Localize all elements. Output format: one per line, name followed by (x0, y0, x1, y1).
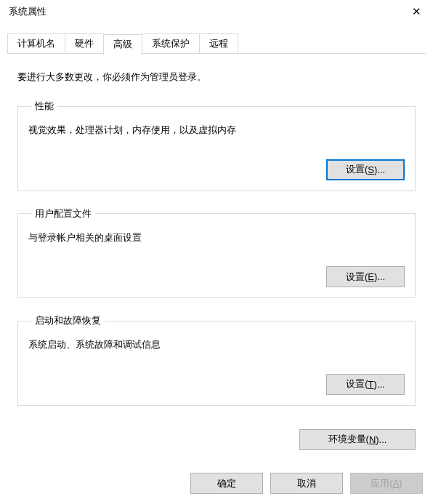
admin-notice: 要进行大多数更改，你必须作为管理员登录。 (17, 71, 416, 84)
cancel-button[interactable]: 取消 (270, 473, 343, 494)
ok-button[interactable]: 确定 (190, 473, 263, 494)
tab-hardware[interactable]: 硬件 (65, 33, 104, 54)
startup-recovery-settings-button[interactable]: 设置(T)... (326, 374, 405, 395)
tab-remote[interactable]: 远程 (199, 33, 238, 54)
apply-button: 应用(A) (350, 473, 423, 494)
user-profiles-settings-button[interactable]: 设置(E)... (326, 266, 405, 287)
tab-computer-name[interactable]: 计算机名 (7, 33, 65, 54)
titlebar: 系统属性 ✕ (0, 0, 433, 23)
group-user-profiles-desc: 与登录帐户相关的桌面设置 (28, 231, 405, 245)
close-icon[interactable]: ✕ (400, 0, 433, 23)
environment-variables-button[interactable]: 环境变量(N)... (299, 429, 416, 450)
tab-strip: 计算机名 硬件 高级 系统保护 远程 (7, 33, 426, 54)
group-performance-desc: 视觉效果，处理器计划，内存使用，以及虚拟内存 (28, 123, 405, 137)
group-startup-recovery-desc: 系统启动、系统故障和调试信息 (28, 337, 405, 352)
performance-settings-button[interactable]: 设置(S)... (326, 159, 405, 180)
group-user-profiles-legend: 用户配置文件 (31, 207, 95, 220)
group-startup-recovery-legend: 启动和故障恢复 (31, 314, 105, 327)
env-row: 环境变量(N)... (0, 429, 433, 450)
group-startup-recovery: 启动和故障恢复 系统启动、系统故障和调试信息 设置(T)... (17, 314, 416, 406)
tab-system-protection[interactable]: 系统保护 (142, 33, 200, 54)
tab-content-advanced: 要进行大多数更改，你必须作为管理员登录。 性能 视觉效果，处理器计划，内存使用，… (0, 55, 433, 429)
dialog-buttons: 确定 取消 应用(A) (190, 473, 423, 494)
tab-advanced[interactable]: 高级 (103, 34, 142, 55)
window-title: 系统属性 (9, 5, 46, 18)
group-performance: 性能 视觉效果，处理器计划，内存使用，以及虚拟内存 设置(S)... (17, 100, 416, 191)
group-user-profiles: 用户配置文件 与登录帐户相关的桌面设置 设置(E)... (17, 207, 416, 299)
group-performance-legend: 性能 (31, 100, 57, 113)
